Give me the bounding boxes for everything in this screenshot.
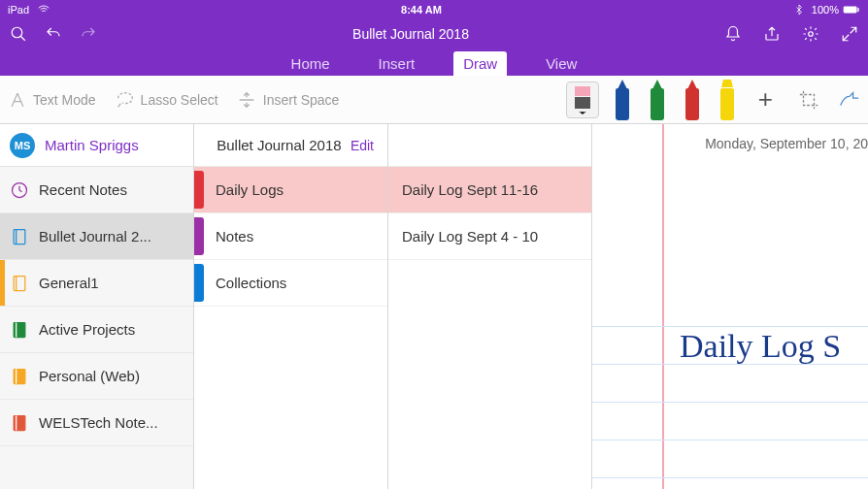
user-name: Martin Spriggs (45, 137, 139, 153)
svg-rect-5 (14, 229, 25, 244)
ruled-lines (592, 289, 868, 489)
main-content: MS Martin Spriggs Recent Notes Bullet Jo… (0, 124, 868, 489)
redo-icon[interactable] (80, 25, 97, 43)
pen-gallery: + (566, 80, 781, 120)
ribbon-tabs: Home Insert Draw View (0, 49, 868, 76)
section-daily-logs[interactable]: Daily Logs (194, 167, 387, 213)
book-icon (10, 367, 29, 386)
pen-blue[interactable] (611, 80, 634, 120)
share-icon[interactable] (763, 25, 781, 43)
lasso-label: Lasso Select (141, 92, 218, 108)
notebook-sidebar: MS Martin Spriggs Recent Notes Bullet Jo… (0, 124, 194, 489)
pen-red[interactable] (681, 80, 704, 120)
bluetooth-icon (790, 1, 808, 18)
book-icon (10, 320, 29, 340)
page-label: Daily Log Sept 4 - 10 (402, 228, 538, 244)
svg-rect-1 (857, 8, 858, 12)
svg-point-3 (809, 32, 814, 37)
page-list-header (388, 124, 591, 167)
section-notes[interactable]: Notes (194, 213, 387, 260)
nav-label: Personal (Web) (39, 368, 140, 384)
wifi-icon (35, 1, 52, 18)
insert-space-label: Insert Space (263, 92, 340, 108)
battery-percent: 100% (812, 4, 839, 16)
book-icon (10, 274, 29, 293)
status-bar: iPad 8:44 AM 100% (0, 0, 868, 19)
page-date: Monday, September 10, 20 (627, 136, 868, 151)
fullscreen-icon[interactable] (841, 25, 858, 43)
svg-rect-9 (14, 415, 25, 430)
section-label: Collections (216, 275, 286, 291)
note-canvas[interactable]: Monday, September 10, 20 Daily Log S (592, 124, 868, 489)
notebook-personal-web[interactable]: Personal (Web) (0, 353, 193, 400)
section-label: Notes (216, 228, 253, 244)
section-header: Bullet Journal 2018 Edit (194, 124, 387, 167)
book-icon (10, 413, 29, 433)
page-label: Daily Log Sept 11-16 (402, 181, 538, 198)
insert-space-button[interactable]: Insert Space (236, 89, 340, 111)
section-label: Daily Logs (216, 181, 284, 198)
notebook-welstech[interactable]: WELSTech Note... (0, 400, 193, 446)
tab-view[interactable]: View (536, 51, 586, 76)
device-label: iPad (8, 4, 29, 16)
nav-recent-notes[interactable]: Recent Notes (0, 167, 193, 213)
svg-rect-0 (844, 7, 857, 14)
status-time: 8:44 AM (52, 4, 790, 16)
tab-draw[interactable]: Draw (453, 51, 507, 76)
bell-icon[interactable] (724, 25, 742, 43)
text-mode-label: Text Mode (33, 92, 96, 108)
tab-home[interactable]: Home (282, 51, 340, 76)
crop-icon[interactable] (798, 89, 819, 111)
user-account-row[interactable]: MS Martin Spriggs (0, 124, 193, 167)
page-daily-log-sept-4-10[interactable]: Daily Log Sept 4 - 10 (388, 213, 591, 260)
nav-label: Bullet Journal 2... (39, 228, 151, 244)
page-daily-log-sept-11-16[interactable]: Daily Log Sept 11-16 (388, 167, 591, 213)
battery-icon (843, 1, 860, 18)
ink-to-shape-icon[interactable] (837, 89, 860, 111)
nav-label: General1 (39, 275, 99, 291)
page-list: Daily Log Sept 11-16 Daily Log Sept 4 - … (388, 124, 592, 489)
app-header: Bullet Journal 2018 Home Insert Draw Vie… (0, 19, 868, 76)
svg-rect-7 (14, 322, 25, 337)
nav-label: Recent Notes (39, 181, 127, 198)
gear-icon[interactable] (802, 25, 819, 43)
svg-rect-6 (14, 276, 25, 290)
svg-rect-8 (14, 369, 25, 383)
book-icon (10, 227, 29, 246)
document-title: Bullet Journal 2018 (97, 26, 724, 42)
nav-label: Active Projects (39, 321, 135, 338)
section-collections[interactable]: Collections (194, 260, 387, 307)
avatar: MS (10, 133, 35, 158)
handwriting-text: Daily Log S (680, 328, 841, 365)
nav-label: WELSTech Note... (39, 414, 158, 431)
notebook-general1[interactable]: General1 (0, 260, 193, 307)
clock-icon (10, 180, 29, 200)
add-pen-button[interactable]: + (751, 84, 781, 114)
edit-button[interactable]: Edit (351, 138, 374, 153)
tab-insert[interactable]: Insert (369, 51, 425, 76)
notebook-active-projects[interactable]: Active Projects (0, 307, 193, 353)
pen-green[interactable] (646, 80, 669, 120)
notebook-bullet-journal[interactable]: Bullet Journal 2... (0, 213, 193, 260)
undo-icon[interactable] (45, 25, 62, 43)
text-mode-button[interactable]: Text Mode (8, 90, 96, 110)
eraser-button[interactable] (566, 82, 599, 118)
svg-point-2 (12, 27, 22, 38)
section-title: Bullet Journal 2018 (208, 137, 351, 153)
pen-highlighter[interactable] (716, 80, 739, 120)
section-list: Bullet Journal 2018 Edit Daily Logs Note… (194, 124, 388, 489)
search-icon[interactable] (10, 25, 27, 43)
lasso-button[interactable]: Lasso Select (114, 89, 218, 111)
draw-toolbar: Text Mode Lasso Select Insert Space + (0, 76, 868, 124)
